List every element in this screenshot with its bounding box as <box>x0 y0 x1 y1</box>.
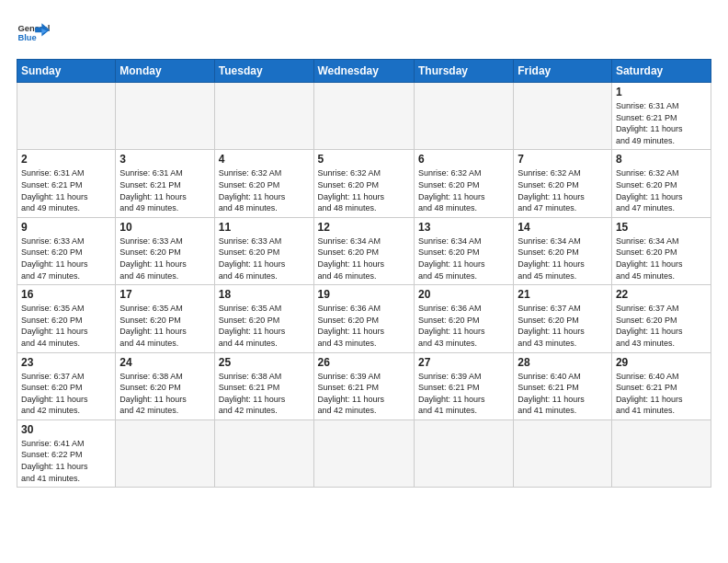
day-info: Sunrise: 6:33 AM Sunset: 6:20 PM Dayligh… <box>119 236 210 282</box>
calendar-day-cell: 17Sunrise: 6:35 AM Sunset: 6:20 PM Dayli… <box>116 285 214 352</box>
day-info: Sunrise: 6:34 AM Sunset: 6:20 PM Dayligh… <box>318 236 410 282</box>
calendar-day-cell: 27Sunrise: 6:39 AM Sunset: 6:21 PM Dayli… <box>414 352 513 419</box>
calendar-day-cell: 13Sunrise: 6:34 AM Sunset: 6:20 PM Dayli… <box>414 217 513 284</box>
day-number: 12 <box>318 221 410 234</box>
calendar-week-row: 1Sunrise: 6:31 AM Sunset: 6:21 PM Daylig… <box>17 83 711 150</box>
calendar-day-cell: 4Sunrise: 6:32 AM Sunset: 6:20 PM Daylig… <box>214 150 313 217</box>
calendar-day-cell: 8Sunrise: 6:32 AM Sunset: 6:20 PM Daylig… <box>611 150 711 217</box>
svg-text:Blue: Blue <box>17 33 36 42</box>
day-info: Sunrise: 6:39 AM Sunset: 6:21 PM Dayligh… <box>318 371 410 417</box>
day-info: Sunrise: 6:32 AM Sunset: 6:20 PM Dayligh… <box>518 167 608 213</box>
day-info: Sunrise: 6:41 AM Sunset: 6:22 PM Dayligh… <box>21 438 111 484</box>
calendar-day-cell <box>313 83 414 150</box>
calendar-day-cell: 9Sunrise: 6:33 AM Sunset: 6:20 PM Daylig… <box>17 217 116 284</box>
day-info: Sunrise: 6:40 AM Sunset: 6:21 PM Dayligh… <box>518 371 608 417</box>
day-number: 15 <box>616 221 707 234</box>
calendar-table: SundayMondayTuesdayWednesdayThursdayFrid… <box>17 59 711 488</box>
calendar-day-cell: 28Sunrise: 6:40 AM Sunset: 6:21 PM Dayli… <box>514 352 612 419</box>
day-number: 20 <box>418 288 509 301</box>
header: General Blue <box>17 17 711 50</box>
day-info: Sunrise: 6:35 AM Sunset: 6:20 PM Dayligh… <box>119 303 210 349</box>
day-number: 17 <box>119 288 210 301</box>
calendar-week-row: 23Sunrise: 6:37 AM Sunset: 6:20 PM Dayli… <box>17 352 711 419</box>
calendar-day-cell: 11Sunrise: 6:33 AM Sunset: 6:20 PM Dayli… <box>214 217 313 284</box>
day-info: Sunrise: 6:36 AM Sunset: 6:20 PM Dayligh… <box>318 303 410 349</box>
calendar-day-cell: 25Sunrise: 6:38 AM Sunset: 6:21 PM Dayli… <box>214 352 313 419</box>
weekday-header-wednesday: Wednesday <box>313 60 414 83</box>
day-info: Sunrise: 6:34 AM Sunset: 6:20 PM Dayligh… <box>518 236 608 282</box>
day-number: 28 <box>518 356 608 369</box>
weekday-header-row: SundayMondayTuesdayWednesdayThursdayFrid… <box>17 60 711 83</box>
calendar-day-cell: 30Sunrise: 6:41 AM Sunset: 6:22 PM Dayli… <box>17 419 116 487</box>
calendar-day-cell: 10Sunrise: 6:33 AM Sunset: 6:20 PM Dayli… <box>116 217 214 284</box>
weekday-header-saturday: Saturday <box>611 60 711 83</box>
calendar-day-cell: 7Sunrise: 6:32 AM Sunset: 6:20 PM Daylig… <box>514 150 612 217</box>
calendar-day-cell <box>514 419 612 487</box>
calendar-day-cell: 23Sunrise: 6:37 AM Sunset: 6:20 PM Dayli… <box>17 352 116 419</box>
calendar-day-cell: 3Sunrise: 6:31 AM Sunset: 6:21 PM Daylig… <box>116 150 214 217</box>
calendar-day-cell: 6Sunrise: 6:32 AM Sunset: 6:20 PM Daylig… <box>414 150 513 217</box>
day-info: Sunrise: 6:36 AM Sunset: 6:20 PM Dayligh… <box>418 303 509 349</box>
calendar-day-cell <box>414 419 513 487</box>
day-number: 27 <box>418 356 509 369</box>
day-info: Sunrise: 6:32 AM Sunset: 6:20 PM Dayligh… <box>616 167 707 213</box>
calendar-day-cell <box>414 83 513 150</box>
day-number: 30 <box>21 423 111 436</box>
calendar-day-cell: 16Sunrise: 6:35 AM Sunset: 6:20 PM Dayli… <box>17 285 116 352</box>
calendar-day-cell: 15Sunrise: 6:34 AM Sunset: 6:20 PM Dayli… <box>611 217 711 284</box>
calendar-day-cell: 21Sunrise: 6:37 AM Sunset: 6:20 PM Dayli… <box>514 285 612 352</box>
day-info: Sunrise: 6:33 AM Sunset: 6:20 PM Dayligh… <box>21 236 111 282</box>
day-number: 13 <box>418 221 509 234</box>
calendar-week-row: 16Sunrise: 6:35 AM Sunset: 6:20 PM Dayli… <box>17 285 711 352</box>
day-info: Sunrise: 6:32 AM Sunset: 6:20 PM Dayligh… <box>418 167 509 213</box>
calendar-day-cell <box>214 419 313 487</box>
calendar-day-cell <box>116 419 214 487</box>
day-number: 2 <box>21 153 111 166</box>
calendar-day-cell: 24Sunrise: 6:38 AM Sunset: 6:20 PM Dayli… <box>116 352 214 419</box>
day-info: Sunrise: 6:37 AM Sunset: 6:20 PM Dayligh… <box>616 303 707 349</box>
day-number: 24 <box>119 356 210 369</box>
weekday-header-monday: Monday <box>116 60 214 83</box>
day-number: 16 <box>21 288 111 301</box>
calendar-day-cell: 2Sunrise: 6:31 AM Sunset: 6:21 PM Daylig… <box>17 150 116 217</box>
day-number: 25 <box>219 356 310 369</box>
weekday-header-thursday: Thursday <box>414 60 513 83</box>
day-number: 14 <box>518 221 608 234</box>
day-number: 6 <box>418 153 509 166</box>
day-number: 8 <box>616 153 707 166</box>
weekday-header-sunday: Sunday <box>17 60 116 83</box>
generalblue-logo-icon: General Blue <box>17 17 50 50</box>
day-info: Sunrise: 6:31 AM Sunset: 6:21 PM Dayligh… <box>616 100 707 146</box>
calendar-day-cell: 22Sunrise: 6:37 AM Sunset: 6:20 PM Dayli… <box>611 285 711 352</box>
calendar-day-cell: 12Sunrise: 6:34 AM Sunset: 6:20 PM Dayli… <box>313 217 414 284</box>
calendar-day-cell: 14Sunrise: 6:34 AM Sunset: 6:20 PM Dayli… <box>514 217 612 284</box>
day-info: Sunrise: 6:33 AM Sunset: 6:20 PM Dayligh… <box>219 236 310 282</box>
logo: General Blue <box>17 17 50 50</box>
day-info: Sunrise: 6:35 AM Sunset: 6:20 PM Dayligh… <box>21 303 111 349</box>
day-number: 21 <box>518 288 608 301</box>
day-number: 3 <box>119 153 210 166</box>
day-info: Sunrise: 6:34 AM Sunset: 6:20 PM Dayligh… <box>418 236 509 282</box>
page: General Blue SundayMondayTuesdayWednesda… <box>0 0 728 497</box>
calendar-day-cell <box>611 419 711 487</box>
calendar-day-cell <box>214 83 313 150</box>
day-number: 1 <box>616 86 707 98</box>
day-number: 19 <box>318 288 410 301</box>
day-info: Sunrise: 6:31 AM Sunset: 6:21 PM Dayligh… <box>21 167 111 213</box>
calendar-day-cell <box>116 83 214 150</box>
weekday-header-friday: Friday <box>514 60 612 83</box>
calendar-week-row: 30Sunrise: 6:41 AM Sunset: 6:22 PM Dayli… <box>17 419 711 487</box>
day-number: 26 <box>318 356 410 369</box>
day-info: Sunrise: 6:37 AM Sunset: 6:20 PM Dayligh… <box>518 303 608 349</box>
weekday-header-tuesday: Tuesday <box>214 60 313 83</box>
day-number: 5 <box>318 153 410 166</box>
day-number: 10 <box>119 221 210 234</box>
day-number: 22 <box>616 288 707 301</box>
day-info: Sunrise: 6:37 AM Sunset: 6:20 PM Dayligh… <box>21 371 111 417</box>
day-info: Sunrise: 6:32 AM Sunset: 6:20 PM Dayligh… <box>219 167 310 213</box>
calendar-day-cell: 26Sunrise: 6:39 AM Sunset: 6:21 PM Dayli… <box>313 352 414 419</box>
day-info: Sunrise: 6:35 AM Sunset: 6:20 PM Dayligh… <box>219 303 310 349</box>
calendar-day-cell: 5Sunrise: 6:32 AM Sunset: 6:20 PM Daylig… <box>313 150 414 217</box>
calendar-day-cell: 18Sunrise: 6:35 AM Sunset: 6:20 PM Dayli… <box>214 285 313 352</box>
day-info: Sunrise: 6:39 AM Sunset: 6:21 PM Dayligh… <box>418 371 509 417</box>
